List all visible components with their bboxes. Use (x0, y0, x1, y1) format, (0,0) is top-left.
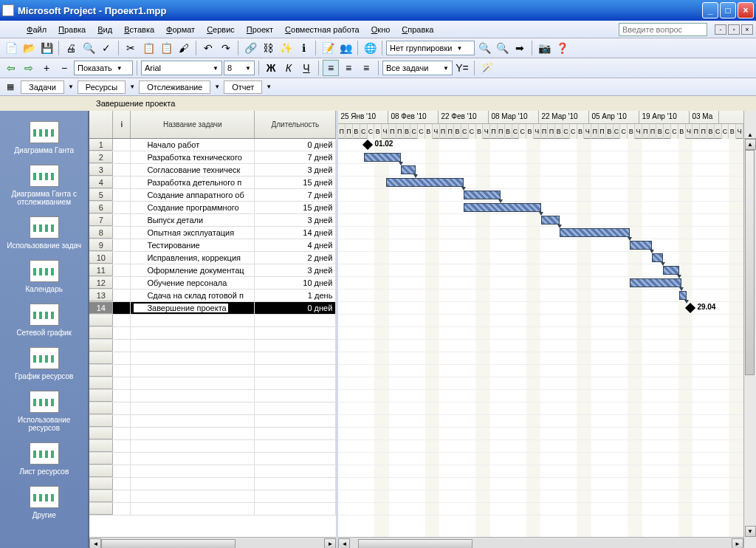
table-row[interactable]: 10Исправления, коррекция2 дней (89, 252, 336, 264)
row-id-cell[interactable]: 10 (89, 252, 113, 264)
viewbar-Отчет-dropdown[interactable]: ▼ (264, 83, 274, 90)
row-duration-cell[interactable]: 3 дней (255, 264, 336, 276)
gantt-scroll-left-button[interactable]: ◄ (338, 538, 350, 549)
gantt-row[interactable] (338, 290, 743, 302)
row-duration-cell[interactable] (255, 478, 336, 490)
row-duration-cell[interactable]: 4 дней (255, 239, 336, 251)
table-row[interactable] (89, 453, 336, 465)
gantt-bar[interactable] (464, 191, 501, 199)
row-name-cell[interactable] (131, 453, 255, 465)
row-name-cell[interactable] (131, 390, 255, 402)
maximize-button[interactable]: □ (720, 2, 736, 18)
row-id-cell[interactable] (89, 415, 113, 427)
row-name-cell[interactable]: Согласование техническ (131, 164, 255, 176)
menu-окно[interactable]: Окно (365, 23, 396, 36)
doc-icon[interactable] (3, 23, 16, 36)
row-info-cell[interactable] (113, 365, 131, 377)
sidebar-item[interactable]: Диаграмма Ганта (0, 117, 88, 160)
row-id-cell[interactable]: 13 (89, 290, 113, 301)
gantt-wizard-button[interactable]: 🪄 (478, 60, 495, 76)
row-duration-cell[interactable] (255, 428, 336, 439)
table-hscroll[interactable]: ◄ ► (89, 537, 336, 548)
gantt-row[interactable] (338, 340, 743, 352)
row-info-cell[interactable] (113, 177, 131, 188)
gantt-bar[interactable] (630, 241, 652, 250)
row-id-cell[interactable]: 7 (89, 214, 113, 226)
copy-button[interactable]: 📋 (140, 40, 157, 56)
redo-button[interactable]: ↷ (218, 40, 234, 56)
row-id-cell[interactable]: 5 (89, 189, 113, 201)
row-id-cell[interactable]: 1 (89, 139, 113, 151)
row-id-cell[interactable]: 3 (89, 164, 113, 176)
link-button[interactable]: 🔗 (242, 40, 258, 56)
row-name-cell[interactable] (131, 327, 255, 339)
indent-button[interactable]: ⇨ (21, 60, 37, 76)
row-info-cell[interactable] (113, 327, 131, 339)
table-row[interactable]: 4Разработка детельного п15 дней (89, 177, 336, 189)
row-info-cell[interactable] (113, 239, 131, 251)
viewbar-Отчет[interactable]: Отчет (224, 81, 262, 94)
menu-формат[interactable]: Формат (160, 23, 201, 36)
table-row[interactable] (89, 490, 336, 503)
col-header-info[interactable]: i (113, 111, 131, 138)
row-duration-cell[interactable]: 3 дней (255, 164, 336, 176)
row-info-cell[interactable] (113, 465, 131, 477)
row-id-cell[interactable] (89, 352, 113, 364)
row-duration-cell[interactable] (255, 390, 336, 402)
row-info-cell[interactable] (113, 164, 131, 176)
row-id-cell[interactable] (89, 403, 113, 414)
row-duration-cell[interactable]: 7 дней (255, 189, 336, 201)
copy-picture-button[interactable]: 📷 (536, 40, 552, 56)
scroll-down-button[interactable]: ▼ (745, 526, 756, 537)
row-name-cell[interactable]: Оформление документац (131, 264, 255, 276)
row-name-cell[interactable] (131, 377, 255, 389)
bold-button[interactable]: Ж (263, 60, 279, 76)
row-duration-cell[interactable] (255, 490, 336, 502)
row-info-cell[interactable] (113, 503, 131, 515)
row-info-cell[interactable] (113, 340, 131, 352)
views-panel-toggle[interactable]: ▦ (3, 80, 18, 95)
print-button[interactable]: 🖨 (63, 40, 79, 56)
row-info-cell[interactable] (113, 189, 131, 201)
row-name-cell[interactable]: Начало работ (131, 139, 255, 151)
menu-файл[interactable]: Файл (21, 23, 52, 36)
task-notes-button[interactable]: 📝 (320, 40, 336, 56)
sidebar-item[interactable]: Календарь (0, 256, 88, 299)
row-name-cell[interactable] (131, 440, 255, 452)
table-row[interactable] (89, 390, 336, 403)
cut-button[interactable]: ✂ (123, 40, 139, 56)
gantt-row[interactable] (338, 227, 743, 239)
row-id-cell[interactable]: 14 (89, 302, 113, 314)
row-duration-cell[interactable]: 10 дней (255, 277, 336, 289)
row-duration-cell[interactable] (255, 315, 336, 326)
row-id-cell[interactable] (89, 440, 113, 452)
gantt-bar[interactable] (364, 153, 401, 162)
viewbar-Отслеживание-dropdown[interactable]: ▼ (212, 83, 222, 90)
sidebar-item[interactable]: Лист ресурсов (0, 438, 88, 482)
gantt-row[interactable] (338, 164, 743, 177)
row-name-cell[interactable] (131, 478, 255, 490)
row-info-cell[interactable] (113, 453, 131, 465)
table-row[interactable] (89, 465, 336, 478)
gantt-row[interactable] (338, 264, 743, 277)
gantt-row[interactable] (338, 352, 743, 365)
row-name-cell[interactable]: Тестирование (131, 239, 255, 251)
row-name-cell[interactable]: Разработка детельного п (131, 177, 255, 188)
row-id-cell[interactable] (89, 365, 113, 377)
spellcheck-button[interactable]: ✓ (98, 40, 114, 56)
table-row[interactable]: 14Завершение проекта0 дней (89, 302, 336, 315)
table-row[interactable]: 8Опытная эксплуатация14 дней (89, 227, 336, 239)
row-duration-cell[interactable] (255, 453, 336, 465)
sidebar-item[interactable]: График ресурсов (0, 343, 88, 386)
viewbar-Отслеживание[interactable]: Отслеживание (139, 81, 210, 94)
gantt-row[interactable] (338, 239, 743, 252)
gantt-row[interactable] (338, 214, 743, 227)
align-center-button[interactable]: ≡ (340, 60, 357, 76)
save-button[interactable]: 💾 (38, 40, 55, 56)
row-info-cell[interactable] (113, 290, 131, 301)
menu-проект[interactable]: Проект (241, 23, 279, 36)
row-id-cell[interactable]: 12 (89, 277, 113, 289)
row-info-cell[interactable] (113, 252, 131, 264)
row-info-cell[interactable] (113, 390, 131, 402)
row-info-cell[interactable] (113, 490, 131, 502)
